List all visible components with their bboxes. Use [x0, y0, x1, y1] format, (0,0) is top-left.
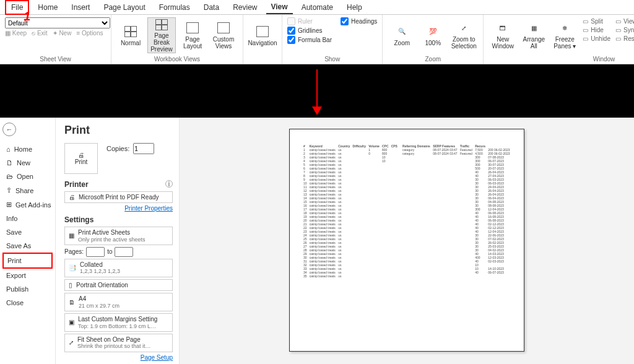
- ruler-checkbox[interactable]: Ruler: [287, 17, 332, 25]
- share-icon: ⇪: [6, 186, 12, 194]
- copies-input[interactable]: [133, 143, 154, 154]
- preview-page: #KeywordCountryDifficultyVolumeCPCCPSRef…: [289, 129, 524, 352]
- back-button[interactable]: ←: [2, 123, 16, 136]
- printer-selector[interactable]: 🖨 Microsoft Print to PDF Ready: [64, 191, 173, 203]
- printer-icon: 🖨: [78, 152, 84, 158]
- split-button[interactable]: ▭ Split: [581, 17, 612, 25]
- group-show: Ruler Gridlines Formula Bar Headings Sho…: [282, 15, 383, 64]
- group-sheet-view: Default ▦ Keep ⎋ Exit ✦ New ≡ Options Sh…: [0, 15, 111, 64]
- nav-open[interactable]: 🗁Open: [2, 170, 53, 183]
- preview-table: #KeywordCountryDifficultyVolumeCPCCPSRef…: [302, 144, 511, 278]
- nav-share[interactable]: ⇪Share: [2, 183, 53, 197]
- options-button[interactable]: ≡ Options: [76, 30, 103, 37]
- tab-view[interactable]: View: [266, 1, 293, 14]
- gridlines-checkbox[interactable]: Gridlines: [287, 27, 332, 35]
- group-label-workbook-views: Workbook Views: [116, 54, 238, 63]
- printer-ready-icon: 🖨: [69, 194, 75, 201]
- tab-review[interactable]: Review: [228, 1, 262, 14]
- info-icon[interactable]: i: [165, 180, 173, 188]
- normal-view-button[interactable]: Normal: [116, 17, 145, 53]
- printer-properties-link[interactable]: Printer Properties: [64, 205, 173, 212]
- keep-button[interactable]: ▦ Keep: [5, 30, 27, 37]
- backstage-nav: ← ⌂Home 🗋New 🗁Open ⇪Share ⊞Get Add-ins I…: [0, 118, 56, 364]
- group-label-show: Show: [287, 54, 377, 63]
- ribbon-tabs: File Home Insert Page Layout Formulas Da…: [0, 0, 634, 15]
- group-label-zoom: Zoom: [388, 54, 478, 63]
- new-window-button[interactable]: 🗔New Window: [489, 17, 517, 53]
- unhide-button[interactable]: ▭ Unhide: [581, 35, 612, 43]
- collate-icon: 📑: [69, 264, 76, 271]
- nav-publish[interactable]: Publish: [2, 282, 53, 296]
- nav-print[interactable]: 2 Print: [2, 253, 53, 269]
- nav-home[interactable]: ⌂Home: [2, 142, 53, 156]
- nav-save-as[interactable]: Save As: [2, 239, 53, 253]
- pages-from-input[interactable]: [86, 247, 105, 257]
- navigation-button[interactable]: Navigation: [248, 17, 277, 53]
- open-icon: 🗁: [6, 173, 13, 180]
- headings-checkbox[interactable]: Headings: [341, 17, 377, 25]
- nav-info[interactable]: Info: [2, 212, 53, 225]
- tab-home[interactable]: Home: [33, 1, 63, 14]
- group-label-window: Window: [489, 54, 634, 63]
- margins-selector[interactable]: ▣ Last Custom Margins SettingTop: 1.9 cm…: [64, 313, 173, 332]
- separator-band: [0, 64, 634, 118]
- tab-file[interactable]: File: [5, 0, 29, 15]
- zoom-to-selection-button[interactable]: ⤢Zoom to Selection: [449, 17, 478, 53]
- paper-size-selector[interactable]: 🗎 A421 cm x 29.7 cm: [64, 293, 173, 311]
- group-navigation: Navigation: [243, 15, 282, 64]
- paper-icon: 🗎: [69, 299, 75, 306]
- fit-icon: ⤢: [69, 339, 74, 346]
- tab-data[interactable]: Data: [199, 1, 224, 14]
- group-window: 🗔New Window ▦Arrange All ❄Freeze Panes ▾…: [484, 15, 634, 64]
- settings-heading: Settings: [64, 215, 93, 224]
- tab-automate[interactable]: Automate: [297, 1, 338, 14]
- exit-button[interactable]: ⎋ Exit: [32, 30, 47, 37]
- ribbon: Default ▦ Keep ⎋ Exit ✦ New ≡ Options Sh…: [0, 15, 634, 64]
- arrow-down-icon: [312, 69, 322, 115]
- printer-heading: Printer: [64, 180, 89, 189]
- portrait-icon: ▯: [69, 282, 72, 288]
- group-label-sheet-view: Sheet View: [5, 54, 106, 63]
- print-settings-panel: Print 🖨 Print Copies: Printeri 🖨 Microso…: [56, 118, 180, 364]
- new-view-button[interactable]: ✦ New: [53, 30, 72, 37]
- nav-close[interactable]: Close: [2, 296, 53, 310]
- orientation-selector[interactable]: ▯ Portrait Orientation: [64, 279, 173, 292]
- pages-to-input[interactable]: [115, 247, 133, 257]
- margins-icon: ▣: [69, 319, 74, 326]
- new-icon: 🗋: [6, 159, 13, 167]
- nav-addins[interactable]: ⊞Get Add-ins: [2, 197, 53, 212]
- tab-help[interactable]: Help: [342, 1, 367, 14]
- tab-insert[interactable]: Insert: [66, 1, 95, 14]
- tab-page-layout[interactable]: Page Layout: [98, 1, 150, 14]
- print-preview: #KeywordCountryDifficultyVolumeCPCCPSRef…: [180, 118, 634, 364]
- scaling-selector[interactable]: ⤢ Fit Sheet on One PageShrink the printo…: [64, 334, 173, 352]
- nav-export[interactable]: Export: [2, 269, 53, 282]
- home-icon: ⌂: [6, 145, 11, 153]
- sheet-view-dropdown[interactable]: Default: [5, 17, 110, 28]
- page-setup-link[interactable]: Page Setup: [64, 354, 173, 361]
- view-side-by-side-button[interactable]: ▭ View Side by Side: [614, 17, 634, 25]
- pages-to-label: to: [107, 248, 112, 255]
- custom-views-button[interactable]: Custom Views: [209, 17, 238, 53]
- tab-formulas[interactable]: Formulas: [154, 1, 195, 14]
- print-what-selector[interactable]: ▦ Print Active SheetsOnly print the acti…: [64, 227, 173, 245]
- zoom-100-button[interactable]: 💯100%: [419, 17, 447, 53]
- freeze-panes-button[interactable]: ❄Freeze Panes ▾: [550, 17, 579, 53]
- backstage-print: ← ⌂Home 🗋New 🗁Open ⇪Share ⊞Get Add-ins I…: [0, 118, 634, 364]
- hide-button[interactable]: ▭ Hide: [581, 26, 612, 34]
- group-zoom: 🔍Zoom 💯100% ⤢Zoom to Selection Zoom: [383, 15, 484, 64]
- addins-icon: ⊞: [6, 201, 12, 209]
- sync-scroll-button[interactable]: ▭ Synchronous Scrolling: [614, 26, 634, 34]
- collation-selector[interactable]: 📑 Collated1,2,3 1,2,3 1,2,3: [64, 259, 173, 277]
- group-workbook-views: Normal Page Break Preview Page Layout Cu…: [111, 15, 243, 64]
- print-button[interactable]: 🖨 Print: [64, 143, 98, 174]
- page-layout-button[interactable]: Page Layout: [178, 17, 207, 53]
- zoom-button[interactable]: 🔍Zoom: [388, 17, 416, 53]
- nav-save[interactable]: Save: [2, 225, 53, 239]
- arrange-all-button[interactable]: ▦Arrange All: [519, 17, 548, 53]
- reset-window-button[interactable]: ▭ Reset Window Position: [614, 35, 634, 43]
- nav-new[interactable]: 🗋New: [2, 156, 53, 170]
- formula-bar-checkbox[interactable]: Formula Bar: [287, 36, 332, 44]
- copies-label: Copies:: [106, 145, 129, 152]
- page-break-preview-button[interactable]: Page Break Preview: [147, 17, 176, 53]
